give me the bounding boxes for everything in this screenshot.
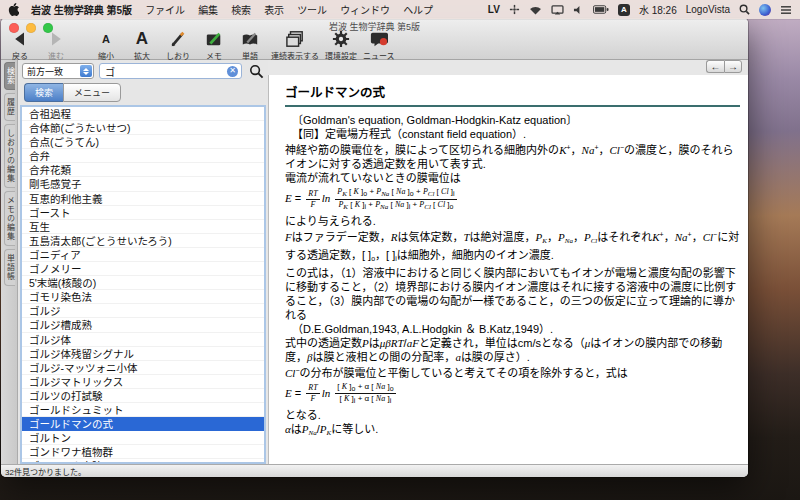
menu-help[interactable]: ヘルプ <box>403 2 433 17</box>
list-item[interactable]: 合体節(ごうたいせつ) <box>22 121 264 135</box>
apple-menu-icon[interactable] <box>8 3 19 16</box>
article-paragraph: により与えられる. <box>285 214 740 228</box>
article-paragraph: 〔Goldman's equation, Goldman-Hodgkin-Kat… <box>285 113 740 127</box>
back-button[interactable]: 戻る <box>5 29 35 61</box>
menu-bar: 岩波 生物学辞典 第5版 ファイル 編集 検索 表示 ツール ウィンドウ ヘルプ… <box>0 0 800 19</box>
battery-icon[interactable] <box>593 5 609 14</box>
back-icon <box>12 29 28 49</box>
continuous-display-button[interactable]: 連続表示する <box>271 29 319 61</box>
search-magnifier-icon[interactable] <box>249 64 264 79</box>
list-item[interactable]: 合祖過程 <box>22 107 264 121</box>
list-item[interactable]: 互生 <box>22 220 264 234</box>
siri-icon[interactable] <box>759 4 771 16</box>
bookmark-pen-icon <box>169 29 187 49</box>
forward-button[interactable]: 進む <box>41 29 71 61</box>
gear-icon <box>332 29 350 49</box>
menu-edit[interactable]: 編集 <box>198 2 218 17</box>
word-book-icon <box>241 29 259 49</box>
article-paragraph: Cl−の分布が膜電位と平衡していると考えてその項を除外すると，式は <box>285 364 740 380</box>
status-text: 32件見つかりました。 <box>5 466 86 477</box>
list-item[interactable]: 5'末端(核酸の) <box>22 276 264 290</box>
article-paragraph: となる. <box>285 408 740 422</box>
list-item[interactable]: ゴールドシュミット <box>22 403 264 417</box>
side-tab-strip: 検索 履歴 しおりの編集 メモの編集 単語帳 <box>1 60 18 464</box>
memo-button[interactable]: メモ <box>199 29 229 61</box>
side-tab-memo-edit[interactable]: メモの編集 <box>4 191 15 246</box>
menu-tools[interactable]: ツール <box>297 2 327 17</box>
side-tab-wordbook[interactable]: 単語帳 <box>4 249 15 286</box>
article-paragraph: 神経や筋の膜電位を，膜によって区切られる細胞内外のK+，Na+，Cl−の濃度と，… <box>285 141 740 171</box>
list-item[interactable]: ゴルトン <box>22 431 264 445</box>
list-item[interactable]: ゴルツの打試験 <box>22 389 264 403</box>
tab-search[interactable]: 検索 <box>24 83 63 102</box>
view-tabs: 検索 メニュー <box>22 83 264 102</box>
tab-menu[interactable]: メニュー <box>63 83 121 102</box>
list-item[interactable]: 合弁花類 <box>22 163 264 177</box>
list-item[interactable]: ゴースト <box>22 206 264 220</box>
article-paragraph: 式中の透過定数PはμβRT/aFと定義され，単位はcm/sとなる（μはイオンの膜… <box>285 336 740 364</box>
list-item[interactable]: ゴンドワナ植物群 <box>22 445 264 459</box>
list-item[interactable]: 合弁 <box>22 149 264 163</box>
memo-icon <box>205 29 223 49</box>
title-toolbar: 岩波 生物学辞典 第5版 戻る 進む A 縮小 A 拡大 しおり <box>1 18 748 60</box>
list-item[interactable]: 五島清太郎(ごとうせいたろう) <box>22 234 264 248</box>
result-list-box: 合祖過程合体節(ごうたいせつ)合点(ごうてん)合弁合弁花類剛毛感覚子互恵的利他主… <box>20 105 266 464</box>
active-app-menu[interactable]: 岩波 生物学辞典 第5版 <box>31 2 132 17</box>
toolbar: 戻る 進む A 縮小 A 拡大 しおり メモ <box>5 29 395 61</box>
list-item[interactable]: ゴニディア <box>22 248 264 262</box>
menu-window[interactable]: ウィンドウ <box>340 2 390 17</box>
logovista-status-item[interactable]: LogoVista <box>686 4 730 15</box>
spotlight-icon[interactable] <box>739 4 750 15</box>
list-item[interactable]: ゴルジ体 <box>22 333 264 347</box>
search-input[interactable]: ゴ ✕ <box>99 63 242 79</box>
menu-view[interactable]: 表示 <box>264 2 284 17</box>
article-forward-button[interactable]: → <box>724 60 742 73</box>
list-item[interactable]: ゴルジ-マッツォニ小体 <box>22 361 264 375</box>
side-tab-search[interactable]: 検索 <box>4 62 15 90</box>
list-item[interactable]: ゴルジ体残留シグナル <box>22 347 264 361</box>
news-button[interactable]: ニュース <box>363 29 395 61</box>
news-icon <box>369 29 389 49</box>
small-a-icon: A <box>102 29 110 49</box>
menu-clock[interactable]: 水 18:26 <box>639 2 677 17</box>
preferences-button[interactable]: 環境設定 <box>325 29 357 61</box>
large-a-icon: A <box>136 29 148 49</box>
article-paragraph: Fはファラデー定数，Rは気体定数，Tは絶対温度，PK，PNa，PClはそれぞれK… <box>285 228 740 266</box>
list-item[interactable]: ゴノメリー <box>22 262 264 276</box>
list-item[interactable]: 互恵的利他主義 <box>22 192 264 206</box>
fan-status-icon[interactable] <box>509 4 520 15</box>
wifi-icon[interactable] <box>529 5 542 15</box>
title-rule <box>285 105 740 107</box>
search-panel: 前方一致 ゴ ✕ 検索 メニュー 合祖過程合体節(ご <box>18 60 268 464</box>
list-item[interactable]: ゴルジ <box>22 304 264 318</box>
result-list: 合祖過程合体節(ごうたいせつ)合点(ごうてん)合弁合弁花類剛毛感覚子互恵的利他主… <box>22 107 264 464</box>
side-tab-bookmark-edit[interactable]: しおりの編集 <box>4 124 15 188</box>
zoom-in-button[interactable]: A 拡大 <box>127 29 157 61</box>
list-item[interactable]: 剛毛感覚子 <box>22 177 264 191</box>
list-item[interactable]: ゴルジマトリックス <box>22 375 264 389</box>
article-body[interactable]: 〔Goldman's equation, Goldman-Hodgkin-Kat… <box>285 113 740 440</box>
article-title: ゴールドマンの式 <box>285 82 740 101</box>
bookmark-button[interactable]: しおり <box>163 29 193 61</box>
side-tab-history[interactable]: 履歴 <box>4 93 15 121</box>
clear-search-icon[interactable]: ✕ <box>227 66 238 77</box>
menu-file[interactable]: ファイル <box>145 2 185 17</box>
volume-icon[interactable] <box>573 5 584 15</box>
match-mode-dropdown[interactable]: 前方一致 <box>22 63 94 79</box>
list-item[interactable]: ゴールドマンの式 <box>22 417 264 431</box>
list-item[interactable]: 合点(ごうてん) <box>22 135 264 149</box>
menu-search[interactable]: 検索 <box>231 2 251 17</box>
article-paragraph: 電流が流れていないときの膜電位は <box>285 171 740 185</box>
stacked-windows-icon <box>285 29 305 49</box>
article-back-button[interactable]: ← <box>706 60 724 73</box>
article-paragraph: 【同】定電場方程式（constant field equation）. <box>285 127 740 141</box>
notification-center-icon[interactable] <box>780 5 792 15</box>
word-button[interactable]: 単語 <box>235 29 265 61</box>
list-item[interactable]: ゴモリ染色法 <box>22 290 264 304</box>
lv-status-item[interactable]: LV <box>488 4 500 15</box>
list-item[interactable]: ゴルジ槽成熟 <box>22 318 264 332</box>
dropdown-stepper-icon <box>80 65 92 77</box>
display-mirroring-icon[interactable] <box>551 5 564 15</box>
input-method-icon[interactable]: A <box>618 4 630 16</box>
zoom-out-button[interactable]: A 縮小 <box>91 29 121 61</box>
